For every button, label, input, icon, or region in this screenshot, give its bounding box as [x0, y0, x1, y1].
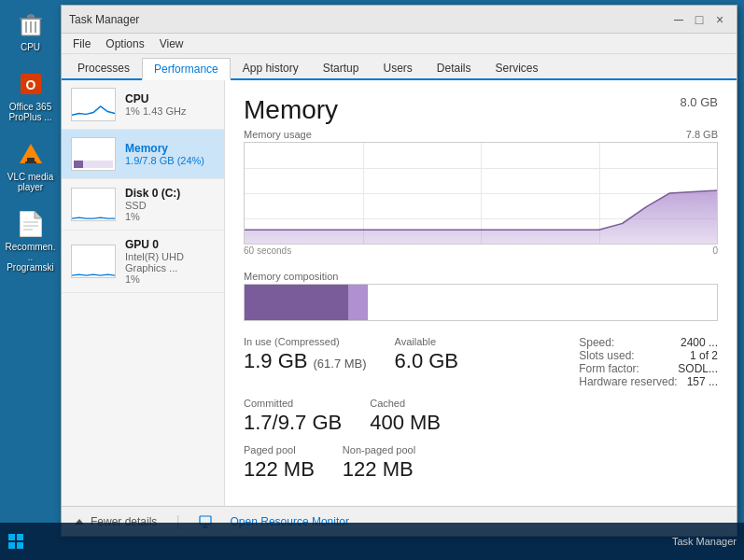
hwreserved-row: Hardware reserved: 157 ...: [579, 375, 718, 388]
disk-thumbnail: [71, 188, 116, 221]
stats-row-1: In use (Compressed) 1.9 GB (61.7 MB) Ava…: [244, 336, 718, 388]
menu-file[interactable]: File: [65, 35, 98, 52]
hwreserved-label: Hardware reserved:: [579, 375, 677, 388]
svg-marker-10: [35, 211, 42, 218]
tab-performance[interactable]: Performance: [142, 58, 231, 80]
document-icon[interactable]: Recommen... Programski: [5, 209, 56, 273]
svg-rect-19: [8, 534, 15, 540]
office-icon[interactable]: O Office 365 ProPlus ...: [5, 69, 56, 122]
committed-block: Committed 1.7/9.7 GB: [244, 398, 342, 435]
tab-startup[interactable]: Startup: [311, 56, 372, 78]
memory-name: Memory: [125, 142, 215, 155]
chart-time-labels: 60 seconds 0: [244, 245, 718, 256]
vlc-label: VLC media player: [5, 172, 56, 192]
memory-thumb-bar: [74, 161, 113, 168]
gpu-sub2: 1%: [125, 273, 215, 285]
memory-thumbnail: [71, 137, 116, 171]
content-area: CPU 1% 1.43 GHz Memory 1.9/7.8 GB (24%): [62, 80, 737, 506]
composition-section: Memory composition: [244, 267, 718, 321]
disk-sub1: SSD: [125, 200, 215, 211]
gpu-sub1: Intel(R) UHD Graphics ...: [125, 251, 215, 273]
svg-text:O: O: [25, 77, 35, 92]
minimize-button[interactable]: ─: [669, 10, 688, 29]
maximize-button[interactable]: □: [690, 10, 709, 29]
speed-row: Speed: 2400 ...: [579, 336, 718, 349]
memory-sub: 1.9/7.8 GB (24%): [125, 155, 215, 166]
sidebar-item-cpu[interactable]: CPU 1% 1.43 GHz: [62, 80, 224, 130]
cached-label: Cached: [370, 398, 441, 409]
windows-start-icon[interactable]: [7, 533, 24, 550]
stats-row-3: Paged pool 122 MB Non-paged pool 122 MB: [244, 444, 718, 482]
sidebar-item-memory[interactable]: Memory 1.9/7.8 GB (24%): [62, 130, 224, 179]
sidebar-item-disk[interactable]: Disk 0 (C:) SSD 1%: [62, 179, 224, 231]
recycle-bin-label: CPU: [21, 42, 40, 52]
usage-max: 7.8 GB: [686, 129, 718, 142]
disk-name: Disk 0 (C:): [125, 187, 215, 200]
slots-value: 1 of 2: [690, 349, 718, 362]
svg-rect-22: [17, 542, 23, 549]
tab-services[interactable]: Services: [484, 56, 551, 78]
svg-rect-21: [8, 542, 15, 549]
available-value: 6.0 GB: [395, 349, 458, 372]
cpu-name: CPU: [125, 92, 215, 105]
close-button[interactable]: ×: [710, 10, 729, 29]
cpu-info: CPU 1% 1.43 GHz: [125, 92, 215, 117]
panel-header: Memory 8.0 GB: [244, 95, 718, 125]
svg-marker-14: [245, 190, 717, 244]
gpu-info: GPU 0 Intel(R) UHD Graphics ... 1%: [125, 238, 215, 285]
hwreserved-value: 157 ...: [687, 375, 718, 388]
cached-value: 400 MB: [370, 411, 441, 434]
cpu-sub: 1% 1.43 GHz: [125, 105, 215, 117]
speed-label: Speed:: [579, 336, 614, 349]
composition-cached: [348, 285, 367, 320]
svg-rect-20: [17, 534, 23, 540]
available-label: Available: [395, 336, 458, 347]
tab-apphistory[interactable]: App history: [231, 56, 311, 78]
in-use-sub: (61.7 MB): [313, 357, 366, 371]
sidebar: CPU 1% 1.43 GHz Memory 1.9/7.8 GB (24%): [62, 80, 225, 506]
svg-rect-8: [25, 161, 36, 163]
composition-label: Memory composition: [244, 271, 338, 282]
cached-block: Cached 400 MB: [370, 398, 441, 435]
gpu-thumbnail: [71, 245, 116, 278]
time-right: 0: [712, 245, 718, 256]
tab-users[interactable]: Users: [371, 56, 424, 78]
recycle-bin-icon[interactable]: CPU: [5, 9, 56, 52]
window-title: Task Manager: [69, 13, 139, 26]
usage-chart: [244, 142, 718, 245]
tab-processes[interactable]: Processes: [65, 56, 142, 78]
main-panel: Memory 8.0 GB Memory usage 7.8 GB: [225, 80, 737, 506]
gpu-name: GPU 0: [125, 238, 215, 251]
office-label: Office 365 ProPlus ...: [5, 102, 56, 122]
composition-chart: [244, 284, 718, 321]
nonpaged-label: Non-paged pool: [343, 444, 415, 455]
available-block: Available 6.0 GB: [395, 336, 458, 388]
nonpaged-block: Non-paged pool 122 MB: [343, 444, 415, 482]
paged-block: Paged pool 122 MB: [244, 444, 315, 482]
cpu-thumbnail: [71, 88, 116, 121]
composition-in-use: [245, 285, 348, 320]
usage-label: Memory usage: [244, 129, 312, 140]
taskbar-task-manager[interactable]: Task Manager: [672, 536, 737, 547]
form-value: SODL...: [678, 362, 718, 375]
tab-details[interactable]: Details: [425, 56, 484, 78]
in-use-label: In use (Compressed): [244, 336, 367, 347]
memory-thumb-fill: [74, 161, 83, 168]
task-manager-window: Task Manager ─ □ × File Options View Pro…: [61, 5, 737, 537]
vlc-icon[interactable]: VLC media player: [5, 139, 56, 192]
form-row: Form factor: SODL...: [579, 362, 718, 375]
menu-view[interactable]: View: [152, 35, 191, 52]
document-label: Recommen... Programski: [5, 242, 56, 273]
memory-info: Memory 1.9/7.8 GB (24%): [125, 142, 215, 166]
tabs-bar: Processes Performance App history Startu…: [62, 54, 737, 80]
window-controls: ─ □ ×: [669, 10, 729, 29]
sidebar-item-gpu[interactable]: GPU 0 Intel(R) UHD Graphics ... 1%: [62, 231, 224, 293]
slots-row: Slots used: 1 of 2: [579, 349, 718, 362]
nonpaged-value: 122 MB: [343, 457, 414, 481]
right-stats: Speed: 2400 ... Slots used: 1 of 2 Form …: [579, 336, 718, 388]
menu-options[interactable]: Options: [98, 35, 151, 52]
disk-info: Disk 0 (C:) SSD 1%: [125, 187, 215, 222]
stats-row-2: Committed 1.7/9.7 GB Cached 400 MB: [244, 398, 718, 435]
panel-capacity: 8.0 GB: [681, 95, 718, 109]
speed-value: 2400 ...: [681, 336, 718, 349]
